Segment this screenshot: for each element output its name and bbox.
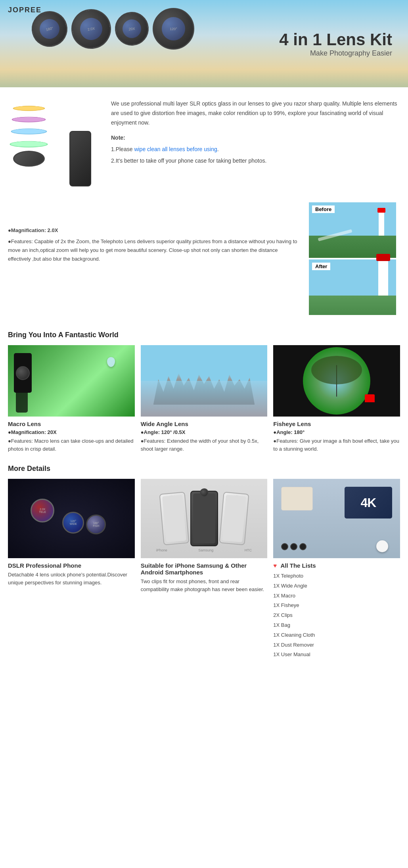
camera-bar-3 (233, 495, 239, 497)
kit-lens-1 (281, 543, 288, 550)
suitable-desc: Two clips fit for most phones, front and… (141, 578, 268, 593)
lens-optics-illustration (8, 99, 95, 186)
lens-180: 180° (28, 7, 71, 50)
fisheye-desc: ●Features: Give your image a fish bowl e… (273, 437, 400, 453)
more-details-title: More Details (8, 465, 400, 473)
fisheye-circle (303, 347, 370, 415)
note-1: 1.Please wipe clean all lenses before us… (111, 145, 400, 154)
fisheye-col: Fisheye Lens ●Angle: 180° ●Features: Giv… (273, 345, 400, 453)
list-item-wide-angle: 1X Wide Angle (273, 582, 400, 590)
note-label: Note: (111, 133, 400, 143)
telephoto-section: ●Magnification: 2.0X ●Features: Capable … (0, 198, 408, 323)
phones-image: iPhone Samsung HTC (141, 479, 268, 558)
lens-20x: 20X (113, 10, 150, 47)
lists-section: ♥ All The Lists 1X Telephoto 1X Wide Ang… (273, 558, 400, 664)
kit-cloth (281, 487, 313, 511)
brand-htc: HTC (245, 548, 252, 552)
list-item-clips: 2X Clips (273, 611, 400, 620)
clip-phone (14, 353, 32, 393)
phone-illustration (69, 131, 91, 186)
path-decoration (318, 229, 352, 242)
note-1-period: . (217, 146, 219, 152)
fantastic-title: Bring You Into A Fantastic World (8, 331, 400, 339)
lists-title-text: All The Lists (280, 562, 316, 569)
wide-desc: ●Features: Extended the width of your sh… (141, 437, 268, 453)
dslr-title: DSLR Professional Phone (8, 562, 135, 569)
phone-brands: iPhone Samsung HTC (141, 548, 268, 552)
macro-col: Macro Lens ●Magnification: 20X ●Features… (8, 345, 135, 453)
macro-title: Macro Lens (8, 421, 135, 427)
brand-samsung: Samsung (198, 548, 213, 552)
note-2: 2.It's better to take off your phone cas… (111, 156, 400, 166)
more-details-section: More Details 2.0XTELE 120°WIDE 180°FISH … (0, 457, 408, 672)
intro-section: We use professional multi layer SLR opti… (0, 87, 408, 198)
telephoto-spec: ●Magnification: 2.0X (8, 226, 301, 235)
lens-rings (10, 103, 48, 167)
telephoto-features: ●Features: Capable of 2x the Zoom, the T… (8, 237, 301, 263)
water-drop (107, 357, 115, 367)
list-item-user-manual: 1X User Manual (273, 651, 400, 659)
note-1-text: 1.Please (111, 146, 134, 152)
hero-banner: JOPREE 180° 2.0X 20X 120° 4 in 1 Lens Ki… (0, 0, 408, 87)
dslr-desc: Detachable 4 lens unlock phone's potenti… (8, 571, 135, 586)
intro-image (8, 99, 103, 186)
lists-col: 4K ♥ All The Lists 1X Telephoto 1X Wi (273, 479, 400, 664)
phone-3 (219, 492, 249, 545)
reflection (141, 381, 268, 417)
three-col-details: 2.0XTELE 120°WIDE 180°FISH DSLR Professi… (8, 479, 400, 664)
tree-canopy (311, 356, 362, 384)
kit-image: 4K (273, 479, 400, 558)
dslr-col: 2.0XTELE 120°WIDE 180°FISH DSLR Professi… (8, 479, 135, 586)
heart-icon: ♥ (273, 562, 277, 569)
three-col-lenses: Macro Lens ●Magnification: 20X ●Features… (8, 345, 400, 453)
lighthouse-after (378, 260, 388, 296)
hero-subtitle: Make Photography Easier (279, 49, 392, 58)
list-item-telephoto: 1X Telephoto (273, 572, 400, 580)
lighthouse-top (376, 254, 390, 261)
kit-box-4k: 4K (345, 487, 392, 518)
lighthouse-before (379, 212, 384, 236)
fisheye-spec: ●Angle: 180° (273, 429, 400, 435)
phone-1 (159, 492, 189, 545)
phone-2-lens (200, 488, 209, 497)
biker (365, 394, 370, 402)
fisheye-title: Fisheye Lens (273, 421, 400, 427)
mini-lens-1: 2.0XTELE (31, 499, 54, 522)
lens-on-clip (16, 366, 30, 380)
before-image: Before (309, 202, 396, 258)
kit-lens-3 (299, 543, 306, 550)
list-item-cleaning-cloth: 1X Cleaning Cloth (273, 631, 400, 639)
note-1-link: wipe clean all lenses before using (134, 146, 217, 152)
fisheye-image (273, 345, 400, 417)
phone-2 (190, 491, 218, 546)
dslr-image: 2.0XTELE 120°WIDE 180°FISH (8, 479, 135, 558)
suitable-title: Suitable for iPhone Samsung & Other Andr… (141, 562, 268, 576)
4k-label: 4K (361, 495, 376, 510)
wide-spec: ●Angle: 120° /0.5X (141, 429, 268, 435)
telephoto-text: ●Magnification: 2.0X ●Features: Capable … (8, 202, 301, 266)
hero-title: 4 in 1 Lens Kit (279, 30, 392, 49)
kit-lens-2 (290, 543, 297, 550)
macro-desc: ●Features: Macro lens can take close-ups… (8, 437, 135, 453)
before-label: Before (312, 205, 335, 213)
intro-body: We use professional multi layer SLR opti… (111, 99, 400, 127)
lens-2x: 2.0X (68, 6, 114, 52)
suitable-col: iPhone Samsung HTC Suitable for iPhone S… (141, 479, 268, 593)
before-image-container: Before (309, 202, 400, 258)
wide-col: Wide Angle Lens ●Angle: 120° /0.5X ●Feat… (141, 345, 268, 453)
lists-title: ♥ All The Lists (273, 562, 400, 569)
mini-lens-3: 180°FISH (86, 515, 106, 534)
macro-image (8, 345, 135, 417)
list-item-fisheye: 1X Fisheye (273, 601, 400, 610)
mini-lens-2: 120°WIDE (62, 512, 84, 534)
macro-spec: ●Magnification: 20X (8, 429, 135, 435)
kit-small-lenses (281, 543, 306, 550)
fantastic-section: Bring You Into A Fantastic World Macro L… (0, 323, 408, 457)
after-label: After (312, 263, 330, 270)
list-item-macro: 1X Macro (273, 592, 400, 600)
lens-120: 120° (153, 8, 194, 50)
after-image-container: After (309, 259, 400, 315)
list-item-dust-remover: 1X Dust Remover (273, 641, 400, 649)
hero-lens-group: 180° 2.0X 20X 120° (32, 8, 194, 50)
camera-bar (169, 495, 175, 497)
